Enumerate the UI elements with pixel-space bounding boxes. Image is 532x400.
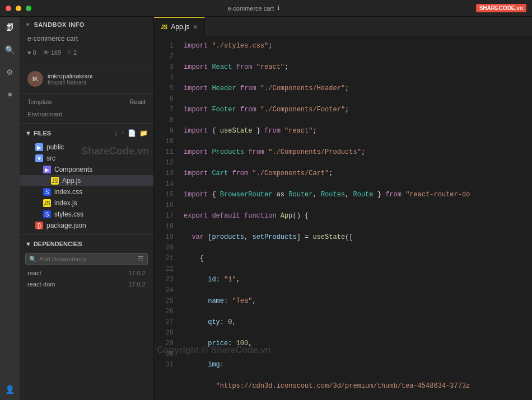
files-label-text: Files	[34, 130, 51, 137]
user-name: imkrupalinakrani	[48, 73, 92, 79]
file-name: src	[46, 154, 55, 162]
window-controls	[6, 6, 31, 11]
file-item-packagejson[interactable]: {} package.json	[20, 220, 153, 231]
forks-count: 2	[73, 49, 77, 56]
code-editor[interactable]: import "./styles.css"; import React from…	[179, 36, 532, 400]
line-numbers: 12345 678910 1112131415 1617181920 21222…	[154, 36, 179, 400]
file-item-appjs[interactable]: JS App.js	[20, 175, 153, 186]
divider-4	[20, 234, 153, 235]
file-item-src[interactable]: ▼ src	[20, 153, 153, 164]
views-stat: 👁 169	[43, 49, 61, 56]
dep-item-react: react 17.0.2	[20, 267, 153, 279]
extensions-icon[interactable]: 👤	[4, 383, 16, 396]
file-tree: ▶ public ▼ src ▶ Components JS App.js S …	[20, 140, 153, 232]
files-actions: ↓ ↑ 📄 📁	[114, 129, 148, 137]
maximize-dot[interactable]	[26, 6, 31, 11]
close-dot[interactable]	[6, 6, 11, 11]
environment-label: Environment	[27, 111, 62, 117]
sandbox-info-header[interactable]: ▼ Sandbox Info	[20, 17, 153, 32]
upload-icon[interactable]: ↑	[121, 129, 124, 137]
code-area: 12345 678910 1112131415 1617181920 21222…	[154, 36, 532, 400]
file-name: public	[46, 143, 64, 151]
dep-chevron-icon: ▼	[25, 241, 31, 247]
tab-close-icon[interactable]: ×	[193, 23, 198, 31]
eye-icon: 👁	[43, 49, 49, 56]
file-name: styles.css	[54, 210, 83, 218]
files-label: ▼ Files	[25, 130, 51, 137]
top-bar-right: SHARECODE.vn	[476, 4, 526, 12]
user-info: imkrupalinakrani Krupali Nakrani	[48, 73, 92, 86]
minimize-dot[interactable]	[16, 6, 21, 11]
json-file-icon: {}	[35, 222, 43, 229]
file-name: Components	[54, 166, 92, 173]
search-icon: 🔍	[29, 256, 37, 263]
files-header[interactable]: ▼ Files ↓ ↑ 📄 📁	[20, 126, 153, 140]
file-item-indexcss[interactable]: S index.css	[20, 186, 153, 197]
tab-bar: JS App.js ×	[154, 17, 532, 36]
file-name: index.js	[54, 199, 77, 207]
avatar-initials: IK	[32, 76, 38, 82]
chevron-down-icon: ▼	[25, 22, 30, 27]
css-file-icon: S	[43, 188, 51, 196]
forks-stat: ⑂ 2	[68, 49, 77, 56]
dep-item-reactdom: react-dom 17.0.2	[20, 279, 153, 290]
window-title: e-commerce cart ℹ	[228, 4, 280, 12]
folder-comp-icon: ▶	[43, 166, 51, 173]
sandbox-stats: ♥ 0 👁 169 ⑂ 2	[20, 47, 153, 62]
sandbox-name: e-commerce cart	[20, 32, 153, 47]
main-layout: 🗐 🔍 ⚙ ✶ 👤 ▼ Sandbox Info e-commerce cart…	[0, 17, 532, 400]
divider-1	[20, 64, 153, 64]
file-item-components[interactable]: ▶ Components	[20, 164, 153, 175]
file-name: package.json	[46, 222, 86, 229]
likes-stat: ♥ 0	[27, 49, 36, 56]
user-row: IK imkrupalinakrani Krupali Nakrani	[20, 67, 153, 91]
new-folder-icon[interactable]: 📁	[139, 129, 148, 137]
branch-icon[interactable]: ✶	[4, 88, 16, 101]
window-title-text: e-commerce cart	[228, 5, 274, 12]
activity-bar: 🗐 🔍 ⚙ ✶ 👤	[0, 17, 20, 400]
css-file-icon: S	[43, 210, 51, 218]
dependencies-label: Dependencies	[34, 241, 82, 247]
environment-row: Environment	[20, 109, 153, 120]
explorer-icon[interactable]: 🗐	[4, 21, 16, 34]
info-icon: ℹ	[277, 4, 279, 12]
divider-2	[20, 93, 153, 94]
js-file-icon: JS	[43, 199, 51, 207]
download-icon[interactable]: ↓	[114, 129, 118, 137]
dep-menu-icon[interactable]: ☰	[138, 255, 144, 263]
settings-icon[interactable]: ⚙	[4, 66, 16, 78]
dep-name: react-dom	[27, 281, 55, 288]
sidebar: ▼ Sandbox Info e-commerce cart ♥ 0 👁 169…	[20, 17, 154, 400]
dep-version: 17.0.2	[128, 270, 146, 276]
js-file-icon: JS	[51, 177, 59, 185]
tab-label: App.js	[171, 23, 189, 31]
logo-badge: SHARECODE.vn	[476, 4, 526, 12]
fork-icon: ⑂	[68, 49, 72, 56]
user-handle: Krupali Nakrani	[48, 79, 92, 86]
search-icon[interactable]: 🔍	[4, 44, 16, 56]
heart-icon: ♥	[27, 49, 31, 56]
top-bar: e-commerce cart ℹ SHARECODE.vn	[0, 0, 532, 17]
tab-js-icon: JS	[161, 24, 167, 30]
dependencies-header[interactable]: ▼ Dependencies	[20, 237, 153, 251]
template-value: React	[129, 98, 146, 105]
folder-icon: ▶	[35, 143, 43, 151]
file-name: index.css	[54, 188, 82, 196]
file-item-indexjs[interactable]: JS index.js	[20, 197, 153, 209]
sandbox-info-label: Sandbox Info	[34, 21, 84, 28]
dep-search-bar[interactable]: 🔍 ☰	[25, 253, 148, 265]
views-count: 169	[51, 49, 61, 56]
tab-appjs[interactable]: JS App.js ×	[154, 17, 205, 36]
file-item-public[interactable]: ▶ public	[20, 142, 153, 153]
editor-area: JS App.js × 12345 678910 1112131415 1617…	[154, 17, 532, 400]
dep-search-input[interactable]	[39, 256, 136, 262]
dep-version: 17.0.2	[128, 281, 146, 288]
template-label: Template	[27, 98, 53, 105]
file-item-stylescss[interactable]: S styles.css	[20, 209, 153, 220]
avatar: IK	[27, 71, 43, 87]
files-chevron-icon: ▼	[25, 130, 31, 137]
dep-name: react	[27, 270, 41, 276]
new-file-icon[interactable]: 📄	[128, 129, 136, 137]
likes-count: 0	[33, 49, 36, 56]
folder-icon: ▼	[35, 154, 43, 162]
